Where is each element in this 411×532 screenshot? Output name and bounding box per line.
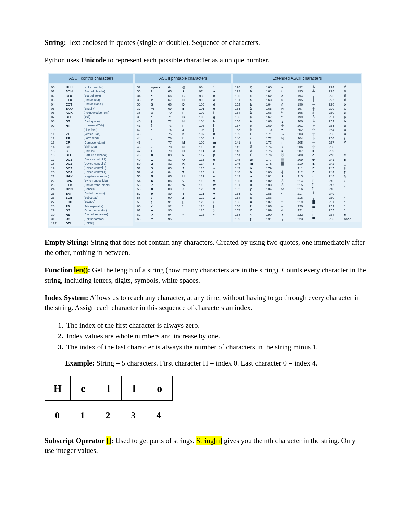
paragraph-len: Function len(): Get the length of a stri…	[45, 265, 366, 285]
ascii-row: 62>94^126~	[137, 212, 230, 216]
ascii-row: 31US(Unit separator)	[51, 217, 132, 221]
ascii-row: 145æ177▒209Ð241±	[235, 157, 360, 161]
hello-index: 4	[146, 409, 171, 422]
ascii-row: 33!65A97a	[137, 89, 230, 94]
ascii-row: 148ö180┤212È244¶	[235, 170, 360, 174]
ascii-row: 56888X120x	[137, 187, 230, 191]
ascii-row: 58:90Z122z	[137, 196, 230, 200]
ascii-row: 41)73I105i	[137, 123, 230, 127]
ascii-row: 52484T116t	[137, 170, 230, 174]
ascii-row: 54686V118v	[137, 178, 230, 183]
ascii-row: 09HT(Horizontal Tab)	[51, 123, 132, 127]
paragraph-unicode: Python uses Unicode to represent each po…	[45, 55, 366, 65]
ascii-row: 137ë169®201╔233Ú	[235, 123, 360, 127]
ascii-row: 136ê168¿200╚232Þ	[235, 119, 360, 123]
example-line: Example: String = 5 characters. First ch…	[65, 358, 366, 368]
ascii-row: 149ò181Á213ı245§	[235, 174, 360, 178]
term-empty-string: Empty String:	[45, 238, 89, 246]
ascii-row: 144É176░208ð240≡	[235, 153, 360, 157]
ascii-row: 139ï171½203╦235Ù	[235, 132, 360, 136]
ascii-row: 153Ö185╣217┘249¨	[235, 191, 360, 195]
ascii-row: 42*74J106j	[137, 127, 230, 132]
ascii-row: 141ì173¡205═237Ý	[235, 140, 360, 145]
list-item: The index of the first character is alwa…	[65, 321, 366, 331]
ascii-row: 138è170¬202╩234Û	[235, 127, 360, 132]
example-text: String = 5 characters. First character H…	[95, 359, 317, 367]
ascii-row: 30RS(Record separator)	[51, 212, 132, 216]
ascii-row: 130é162ó194┬226Ô	[235, 94, 360, 98]
term-function: Function	[45, 266, 74, 274]
document-page: String: Text enclosed in quotes (single …	[0, 0, 411, 498]
ascii-row: 34"66B98b	[137, 94, 230, 98]
ascii-row: 159ƒ191┐223▀255nbsp	[235, 217, 360, 221]
ascii-row: 26SUB(Substitute)	[51, 196, 132, 200]
paragraph-subscript: Subscript Operator []: Used to get parts…	[45, 436, 366, 456]
ascii-row: 128Ç160á192└224Ó	[235, 85, 360, 89]
ascii-row: 38&70F102f	[137, 111, 230, 115]
ascii-row: 17DC1(Device control 1)	[51, 157, 132, 161]
ascii-row: 13CR(Carriage return)	[51, 140, 132, 145]
ascii-row: 21NAK(Negative acknowl.)	[51, 174, 132, 178]
ascii-row: 11VT(Vertical Tab)	[51, 132, 132, 136]
ascii-row: 129ü161í193┴225ß	[235, 89, 360, 94]
paragraph-string: String: Text enclosed in quotes (single …	[45, 38, 366, 48]
ascii-row: 18DC2(Device control 2)	[51, 162, 132, 166]
hello-index: 2	[95, 409, 121, 422]
ascii-row: 60<92\124|	[137, 204, 230, 208]
ascii-row: 01SOH(Start of Header)	[51, 89, 132, 94]
ascii-row: 61=93]125}	[137, 208, 230, 212]
ascii-row: 03ETX(End of Text)	[51, 98, 132, 102]
ascii-row: 39'71G103g	[137, 115, 230, 119]
text: Python uses	[45, 56, 81, 64]
ascii-table: ASCII control characters 00NULL(Null cha…	[48, 73, 362, 228]
ascii-row: 142Ä174«206╬238¯	[235, 145, 360, 149]
ascii-row: 49181Q113q	[137, 157, 230, 161]
hello-char: l	[122, 376, 147, 400]
ascii-printable-header: ASCII printable characters	[135, 74, 231, 83]
ascii-row: 12FF(Form feed)	[51, 136, 132, 140]
ascii-row: 151ù183À215Î247¸	[235, 183, 360, 187]
ascii-row: 140î172¼204╠236ý	[235, 136, 360, 140]
ascii-row: 48080P112p	[137, 153, 230, 157]
ascii-row: 50282R114r	[137, 162, 230, 166]
ascii-row: 133à165Ñ197┼229Õ	[235, 107, 360, 111]
list-item: Index values are whole numbers and incre…	[65, 331, 366, 341]
ascii-row: 22SYN(Synchronous idle)	[51, 178, 132, 183]
ascii-row: 02STX(Start of Text)	[51, 94, 132, 98]
ascii-row: 29GS(Group separator)	[51, 208, 132, 212]
ascii-row: 44,76L108l	[137, 136, 230, 140]
ascii-row: 127DEL(Delete)	[51, 221, 132, 225]
hello-char: l	[96, 376, 122, 400]
ascii-row: 134å166ª198ã230µ	[235, 111, 360, 115]
term-index-system: Index System:	[45, 294, 88, 302]
colon: :	[88, 266, 90, 274]
ascii-row: 37%69E101e	[137, 107, 230, 111]
ascii-row: 45-77M109m	[137, 140, 230, 145]
ascii-row: 135ç167º199Ã231þ	[235, 115, 360, 119]
ascii-row: 152ÿ184©216Ï248°	[235, 187, 360, 191]
ascii-row: 07BEL(Bell)	[51, 115, 132, 119]
ascii-row: 59;91[123{	[137, 200, 230, 204]
ascii-row: 19DC3(Device control 3)	[51, 166, 132, 170]
ascii-row: 15SI(Shift In)	[51, 149, 132, 153]
ascii-control-header: ASCII control characters	[49, 74, 133, 83]
ascii-row: 57989Y121y	[137, 191, 230, 195]
ascii-row: 08BS(Backspace)	[51, 119, 132, 123]
text: Used to get parts of strings.	[113, 436, 196, 445]
ascii-control-col: ASCII control characters 00NULL(Null cha…	[49, 74, 133, 227]
ascii-row: 150û182Â214Í246÷	[235, 178, 360, 183]
ascii-row: 35#67C99c	[137, 98, 230, 102]
text: Allows us to reach any character, at any…	[45, 294, 360, 312]
ascii-row: 157Ø189¢221¦253²	[235, 208, 360, 212]
ascii-row: 16DLE(Data link escape)	[51, 153, 132, 157]
ascii-extended-col: Extended ASCII characters 128Ç160á192└22…	[233, 74, 361, 227]
hello-char: e	[71, 376, 96, 400]
hello-char: o	[147, 376, 172, 400]
hello-table: H e l l o 0 1 2 3 4	[45, 376, 366, 422]
ascii-row: 00NULL(Null character)	[51, 85, 132, 89]
ascii-row: 131â163ú195├227Ò	[235, 98, 360, 102]
ascii-row: 40(72H104h	[137, 119, 230, 123]
text: Get the length of a string (how many cha…	[45, 266, 366, 284]
ascii-row: 14SO(Shift Out)	[51, 145, 132, 149]
hello-index: 1	[70, 409, 95, 422]
